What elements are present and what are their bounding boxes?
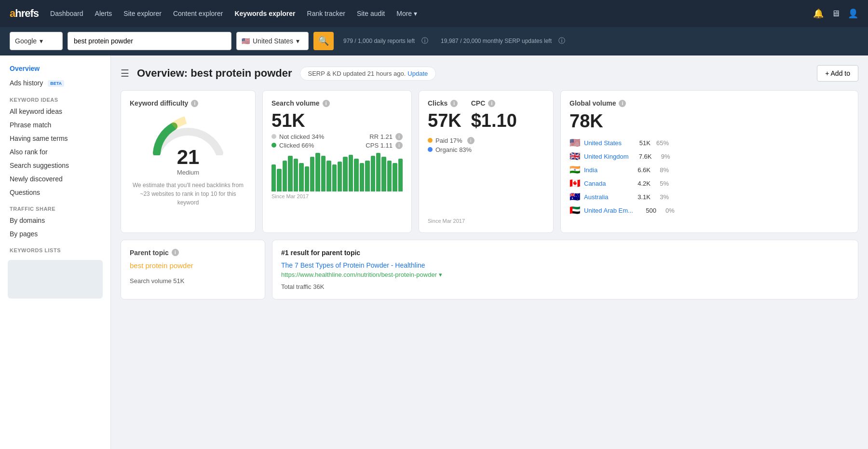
sidebar-item-by-domains[interactable]: By domains [0, 214, 110, 227]
sv-bar [338, 162, 342, 191]
parent-topic-card: Parent topic i best protein powder Searc… [121, 240, 265, 299]
clicks-info-icon[interactable]: i [450, 100, 458, 107]
result-traffic: Total traffic 36K [281, 283, 849, 290]
country-percent: 3% [654, 193, 669, 201]
sv-stats: Not clicked 34% RR 1.21 i Clicked 66% CP… [271, 133, 403, 149]
sv-since-label: Since Mar 2017 [271, 193, 403, 199]
cards-row: Keyword difficulty i 21 Medium [121, 90, 858, 233]
nav-rank-tracker[interactable]: Rank tracker [307, 10, 345, 17]
country-name-link[interactable]: Australia [584, 193, 627, 201]
country-name-link[interactable]: India [584, 166, 627, 174]
sv-bar [354, 159, 358, 191]
sidebar-item-phrase-match[interactable]: Phrase match [0, 118, 110, 132]
search-icon: 🔍 [318, 36, 329, 46]
search-volume-card: Search volume i 51K Not clicked 34% RR 1… [262, 90, 412, 233]
search-input[interactable] [68, 32, 231, 50]
sidebar-item-overview[interactable]: Overview [0, 61, 110, 76]
rr-label: RR 1.21 [369, 133, 393, 140]
sv-clicked-row: Clicked 66% CPS 1.11 i [271, 142, 403, 149]
user-icon[interactable]: 👤 [848, 8, 858, 19]
global-vol-info-icon[interactable]: i [619, 100, 626, 107]
nav-icons: 🔔 🖥 👤 [813, 8, 858, 19]
organic-dot [428, 147, 433, 152]
kd-info-icon[interactable]: i [191, 100, 198, 107]
country-row: 🇦🇪 United Arab Em... 500 0% [570, 205, 849, 216]
country-flag-icon: 🇬🇧 [570, 151, 580, 162]
info-icon-daily[interactable]: ⓘ [421, 37, 428, 45]
country-percent: 5% [654, 180, 669, 187]
sv-bar [277, 169, 281, 191]
sidebar: Overview Ads history BETA KEYWORD IDEAS … [0, 55, 111, 449]
sidebar-item-newly-discovered[interactable]: Newly discovered [0, 172, 110, 186]
cps-info-icon[interactable]: i [395, 142, 403, 149]
sv-info-icon[interactable]: i [323, 100, 330, 107]
nav-site-explorer[interactable]: Site explorer [123, 10, 162, 17]
update-link[interactable]: Update [407, 70, 428, 77]
country-select[interactable]: 🇺🇸 United States ▾ [236, 32, 309, 50]
nav-site-audit[interactable]: Site audit [357, 10, 385, 17]
country-volume: 6.6K [631, 166, 651, 174]
sv-bar [398, 159, 403, 191]
sv-bar [271, 164, 276, 191]
result-url[interactable]: https://www.healthline.com/nutrition/bes… [281, 271, 849, 278]
sv-bar [387, 161, 392, 191]
country-volume: 500 [637, 207, 656, 214]
parent-topic-link[interactable]: best protein powder [130, 261, 256, 270]
engine-arrow-icon: ▾ [40, 37, 43, 45]
bell-icon[interactable]: 🔔 [813, 8, 824, 19]
result-link-title[interactable]: The 7 Best Types of Protein Powder - Hea… [281, 261, 849, 269]
monitor-icon[interactable]: 🖥 [831, 9, 840, 19]
nav-content-explorer[interactable]: Content explorer [173, 10, 223, 17]
sidebar-item-all-keyword-ideas[interactable]: All keyword ideas [0, 105, 110, 118]
sidebar-item-by-pages[interactable]: By pages [0, 227, 110, 241]
search-button[interactable]: 🔍 [313, 32, 334, 50]
paid-organic-stats: Paid 17% i Organic 83% [428, 137, 544, 153]
country-volume: 3.1K [631, 193, 651, 201]
sidebar-item-also-rank-for[interactable]: Also rank for [0, 145, 110, 159]
sidebar-item-having-same-terms[interactable]: Having same terms [0, 132, 110, 145]
organic-label: Organic 83% [435, 146, 472, 153]
sidebar-item-ads-history[interactable]: Ads history BETA [0, 76, 110, 90]
sv-bar [349, 155, 353, 191]
country-label: United States [253, 37, 293, 45]
sv-mini-chart [271, 153, 403, 191]
nav-keywords-explorer[interactable]: Keywords explorer [234, 10, 295, 17]
engine-select[interactable]: Google ▾ [10, 32, 63, 50]
parent-topic-info-icon[interactable]: i [172, 249, 179, 256]
paid-info-icon[interactable]: i [467, 137, 475, 144]
engine-label: Google [15, 37, 37, 45]
kd-note: We estimate that you'll need backlinks f… [130, 181, 246, 207]
nav-more[interactable]: More ▾ [396, 10, 417, 17]
country-name-link[interactable]: Canada [584, 180, 627, 187]
nav-dashboard[interactable]: Dashboard [50, 10, 83, 17]
daily-reports-info: 979 / 1,000 daily reports left [343, 38, 415, 44]
info-icon-monthly[interactable]: ⓘ [558, 37, 565, 45]
dropdown-icon[interactable]: ▾ [439, 271, 442, 278]
global-vol-card-title: Global volume i [570, 99, 849, 107]
search-bar: Google ▾ 🇺🇸 United States ▾ 🔍 979 / 1,00… [0, 27, 868, 55]
country-flag-icon: 🇺🇸 [570, 137, 580, 148]
update-notice: SERP & KD updated 21 hours ago. Update [300, 67, 436, 81]
sidebar-item-questions[interactable]: Questions [0, 186, 110, 199]
sv-bar [294, 159, 298, 191]
hamburger-icon[interactable]: ☰ [121, 68, 129, 79]
organic-row: Organic 83% [428, 146, 544, 153]
country-name-link[interactable]: United States [584, 139, 627, 147]
kd-label: Medium [130, 169, 246, 176]
keywords-lists-preview [8, 260, 103, 299]
kd-card-title: Keyword difficulty i [130, 99, 246, 107]
add-to-button[interactable]: + Add to [817, 65, 858, 82]
sv-bar [376, 153, 380, 191]
rr-info-icon[interactable]: i [395, 133, 403, 140]
cpc-value: $1.10 [471, 111, 517, 131]
country-name-link[interactable]: United Kingdom [584, 153, 629, 160]
logo[interactable]: ahrefs [10, 7, 39, 20]
nav-alerts[interactable]: Alerts [95, 10, 112, 17]
country-name-link[interactable]: United Arab Em... [584, 207, 633, 214]
paid-row: Paid 17% i [428, 137, 544, 144]
sidebar-item-search-suggestions[interactable]: Search suggestions [0, 159, 110, 172]
cpc-info-icon[interactable]: i [488, 100, 495, 107]
sv-value: 51K [271, 111, 403, 131]
result-card: #1 result for parent topic The 7 Best Ty… [272, 240, 858, 299]
clicked-dot [271, 143, 276, 148]
